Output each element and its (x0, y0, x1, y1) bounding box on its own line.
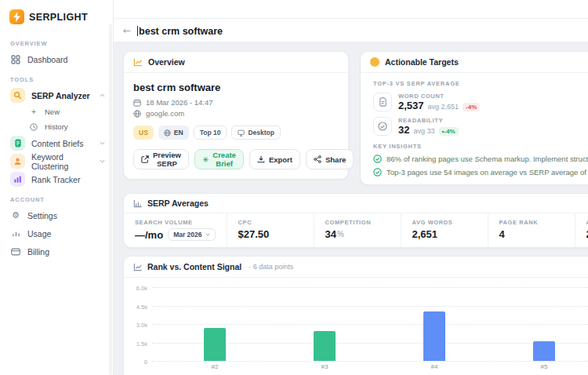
gridline: 3.0k (152, 324, 588, 325)
language-badge: EN (158, 126, 189, 140)
word-count-value: 2,537 (398, 100, 424, 111)
preview-serp-button[interactable]: Preview SERP (133, 149, 189, 169)
rank-content-chart-card: Rank vs. Content Signal · 6 data points … (123, 256, 588, 375)
check-circle-icon (373, 117, 392, 136)
sidebar-section-account: ACCOUNT (0, 188, 113, 206)
sidebar-item-usage[interactable]: Usage (0, 224, 113, 242)
chart-x-labels: #2#3#4#5 (152, 363, 588, 372)
keyword-title: best crm software (133, 82, 339, 93)
overview-card-title: Overview (148, 57, 185, 67)
analysis-date: 18 Mar 2026 - 14:47 (133, 98, 339, 107)
stat-competition: COMPETITION 34 % (314, 213, 401, 247)
stat-avg-images: AVG IMAGES 26 (575, 213, 588, 247)
target-dot-icon (370, 57, 379, 67)
back-arrow-icon[interactable]: ← (123, 25, 131, 36)
share-nodes-icon (314, 155, 321, 163)
page-title: best crm software (137, 24, 223, 38)
credit-card-icon (10, 248, 21, 256)
y-axis-tick: 0 (144, 359, 147, 366)
depth-badge: Top 10 (194, 126, 227, 140)
bar-chart-plot[interactable]: 6.0k4.5k3.0k1.5k0 (152, 287, 588, 361)
insight-item: Top-3 pages use 54 images on average vs … (373, 168, 588, 177)
stat-avg-words: AVG WORDS 2,651 (401, 213, 488, 247)
sidebar-item-serp-analyzer[interactable]: SERP Analyzer (0, 86, 113, 104)
gridline: 0 (152, 361, 588, 362)
main-area: ← best crm software Overview best crm so… (114, 0, 588, 375)
plus-icon: + (28, 107, 39, 116)
person-icon (10, 154, 25, 169)
serp-averages-card: SERP Averages SEARCH VOLUME —/mo Mar 202… (123, 193, 588, 248)
text-caret (137, 26, 138, 36)
download-icon (257, 155, 265, 163)
sidebar-item-settings[interactable]: ⚙ Settings (0, 206, 113, 224)
create-brief-button[interactable]: ✳ Create Brief (194, 149, 244, 169)
sparkles-icon: ✳ (202, 155, 209, 164)
export-button[interactable]: Export (249, 149, 300, 169)
sidebar-subitem-history[interactable]: History (0, 119, 113, 134)
month-dropdown[interactable]: Mar 2026 (168, 228, 215, 241)
app-logo[interactable]: SERPLIGHT (0, 0, 113, 32)
dashboard-grid-icon (10, 55, 21, 64)
x-axis-label: #4 (431, 363, 438, 370)
top3-vs-avg-label: TOP-3 VS SERP AVERAGE (373, 80, 588, 87)
sidebar-section-tools: TOOLS (0, 68, 113, 86)
x-axis-label: #5 (541, 363, 548, 370)
sidebar-item-dashboard[interactable]: Dashboard (0, 50, 113, 68)
sidebar: SERPLIGHT OVERVIEW Dashboard TOOLS SERP … (0, 0, 114, 375)
actionable-targets-card: Actionable Targets TOP-3 VS SERP AVERAGE… (360, 51, 588, 185)
metric-word-count: WORD COUNT 2,537 avg 2,651 -4% (373, 93, 588, 111)
gear-icon: ⚙ (10, 211, 21, 220)
sidebar-item-billing[interactable]: Billing (0, 242, 113, 260)
x-axis-label: #2 (212, 363, 219, 370)
check-circle-icon (373, 168, 382, 177)
y-axis-tick: 1.5k (136, 340, 147, 347)
search-icon (10, 88, 25, 103)
monitor-icon (238, 129, 245, 137)
y-axis-tick: 4.5k (136, 303, 147, 310)
overview-card: Overview best crm software 18 Mar 2026 -… (123, 51, 349, 180)
device-badge: Desktop (231, 126, 281, 140)
chevron-down-icon[interactable] (100, 159, 105, 163)
line-chart-icon (133, 58, 143, 67)
bar-#5[interactable] (533, 341, 555, 361)
document-icon (373, 93, 392, 111)
globe-icon (164, 129, 171, 137)
sidebar-item-content-briefs[interactable]: Content Briefs (0, 134, 113, 152)
app-name: SERPLIGHT (29, 12, 88, 23)
bar-chart-icon (10, 172, 25, 187)
search-engine: google.com (133, 109, 339, 118)
y-axis-tick: 6.0k (136, 285, 147, 292)
usage-bars-icon (10, 229, 21, 238)
serp-card-title: SERP Averages (147, 198, 209, 208)
sidebar-scrollbar[interactable] (109, 24, 112, 375)
country-badge: US (133, 126, 154, 140)
globe-icon (133, 110, 141, 118)
gridline: 6.0k (152, 287, 588, 288)
key-insights-label: KEY INSIGHTS (373, 143, 588, 150)
chevron-up-icon[interactable] (100, 93, 105, 97)
external-link-icon (141, 155, 149, 163)
readability-value: 32 (398, 124, 409, 136)
sidebar-item-rank-tracker[interactable]: Rank Tracker (0, 170, 113, 188)
x-axis-label: #3 (321, 363, 328, 370)
chart-data-points-note: · 6 data points (249, 263, 293, 271)
sidebar-subitem-new[interactable]: + New (0, 104, 113, 119)
document-icon (10, 136, 25, 151)
gridline: 4.5k (152, 306, 588, 307)
bar-#4[interactable] (423, 311, 445, 361)
top-bar (114, 0, 588, 19)
share-button[interactable]: Share (306, 149, 354, 169)
stat-page-rank: PAGE RANK 4 (488, 213, 575, 247)
y-axis-tick: 3.0k (136, 322, 147, 329)
sidebar-item-keyword-clustering[interactable]: Keyword Clustering (0, 152, 113, 170)
stat-search-volume: SEARCH VOLUME —/mo Mar 2026 (124, 213, 227, 247)
chevron-down-icon[interactable] (100, 141, 105, 145)
metric-readability: READABILITY 32 avg 33 •-4% (373, 117, 588, 136)
readability-delta-badge: •-4% (439, 127, 459, 136)
check-circle-icon (373, 155, 382, 163)
scatter-chart-icon (133, 263, 142, 271)
lightning-bolt-icon (9, 9, 24, 24)
bar-#3[interactable] (314, 331, 336, 361)
sidebar-section-overview: OVERVIEW (0, 32, 113, 50)
bar-#2[interactable] (204, 328, 226, 361)
